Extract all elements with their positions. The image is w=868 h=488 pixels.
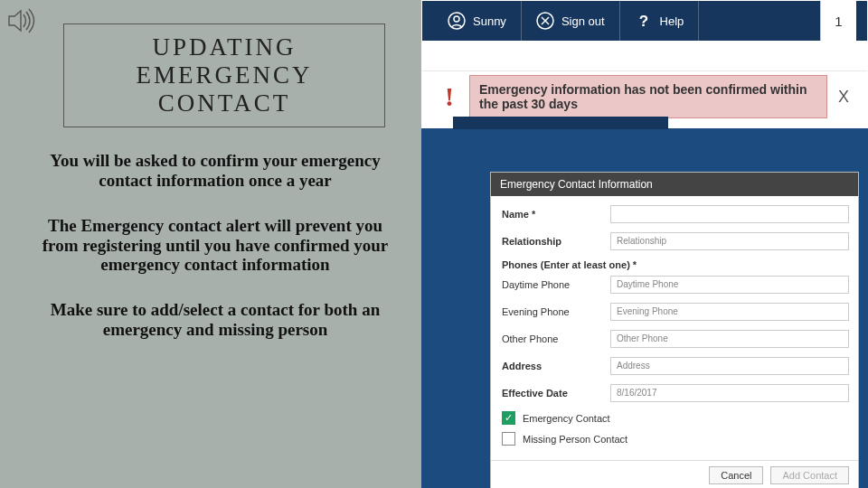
user-icon <box>448 12 466 30</box>
missing-person-checkbox-row[interactable]: Missing Person Contact <box>502 432 849 446</box>
daytime-phone-field[interactable]: Daytime Phone <box>610 276 849 294</box>
slide-title-box: UPDATING EMERGENCY CONTACT <box>63 23 385 127</box>
svg-point-2 <box>454 16 459 22</box>
label-relationship: Relationship <box>502 236 610 247</box>
emergency-contact-form: Emergency Contact Information Name * Rel… <box>490 172 859 488</box>
slide-body: You will be asked to confirm your emerge… <box>36 151 394 340</box>
page-number: 1 <box>835 14 842 29</box>
label-other: Other Phone <box>502 333 610 344</box>
add-contact-button[interactable]: Add Contact <box>770 466 849 484</box>
blank-strip <box>422 41 867 71</box>
label-evening: Evening Phone <box>502 306 610 317</box>
form-footer: Cancel Add Contact <box>491 460 858 488</box>
audio-icon[interactable] <box>5 5 36 40</box>
label-missing-person: Missing Person Contact <box>523 434 627 445</box>
nav-label: Sunny <box>473 14 506 28</box>
thin-blue-bar <box>453 117 668 129</box>
right-panel: Sunny Sign out ? Help 1 <box>421 0 868 488</box>
nav-label: Help <box>660 14 684 28</box>
slide-paragraph-3: Make sure to add/select a contact for bo… <box>38 300 392 340</box>
label-emergency-contact: Emergency Contact <box>523 413 610 424</box>
relationship-field[interactable]: Relationship <box>610 232 849 250</box>
label-effective-date: Effective Date <box>502 388 610 399</box>
form-header: Emergency Contact Information <box>491 173 858 196</box>
label-address: Address <box>502 361 610 371</box>
checkbox-unchecked-icon <box>502 432 515 446</box>
header-screenshot: Sunny Sign out ? Help 1 <box>421 0 868 128</box>
nav-item-signout[interactable]: Sign out <box>522 1 620 41</box>
svg-marker-0 <box>9 11 21 31</box>
address-field[interactable]: Address <box>610 357 849 375</box>
alert-close-button[interactable]: X <box>827 75 860 118</box>
label-daytime: Daytime Phone <box>502 279 610 290</box>
nav-item-help[interactable]: ? Help <box>620 1 700 41</box>
evening-phone-field[interactable]: Evening Phone <box>610 303 849 321</box>
emergency-contact-checkbox-row[interactable]: ✓ Emergency Contact <box>502 411 849 425</box>
help-icon: ? <box>635 12 653 30</box>
name-field[interactable] <box>610 205 849 223</box>
alert-exclamation-icon: ! <box>429 75 469 118</box>
label-name: Name * <box>502 209 610 220</box>
label-phones-section: Phones (Enter at least one) * <box>502 259 849 270</box>
nav-label: Sign out <box>561 14 605 28</box>
left-panel: UPDATING EMERGENCY CONTACT You will be a… <box>0 0 421 488</box>
effective-date-field[interactable]: 8/16/2017 <box>610 384 849 402</box>
svg-text:?: ? <box>638 13 647 30</box>
checkbox-checked-icon: ✓ <box>502 411 515 425</box>
nav-item-user[interactable]: Sunny <box>433 1 522 41</box>
other-phone-field[interactable]: Other Phone <box>610 330 849 348</box>
slide-paragraph-2: The Emergency contact alert will prevent… <box>38 216 392 276</box>
signout-icon <box>536 12 554 30</box>
alert-message: Emergency information has not been confi… <box>469 75 827 118</box>
alert-row: ! Emergency information has not been con… <box>422 71 867 122</box>
page-number-tab[interactable]: 1 <box>820 1 856 41</box>
nav-bar: Sunny Sign out ? Help 1 <box>422 1 867 41</box>
cancel-button[interactable]: Cancel <box>709 466 763 484</box>
slide-paragraph-1: You will be asked to confirm your emerge… <box>38 151 392 191</box>
slide: UPDATING EMERGENCY CONTACT You will be a… <box>0 0 868 488</box>
slide-title: UPDATING EMERGENCY CONTACT <box>137 33 313 117</box>
